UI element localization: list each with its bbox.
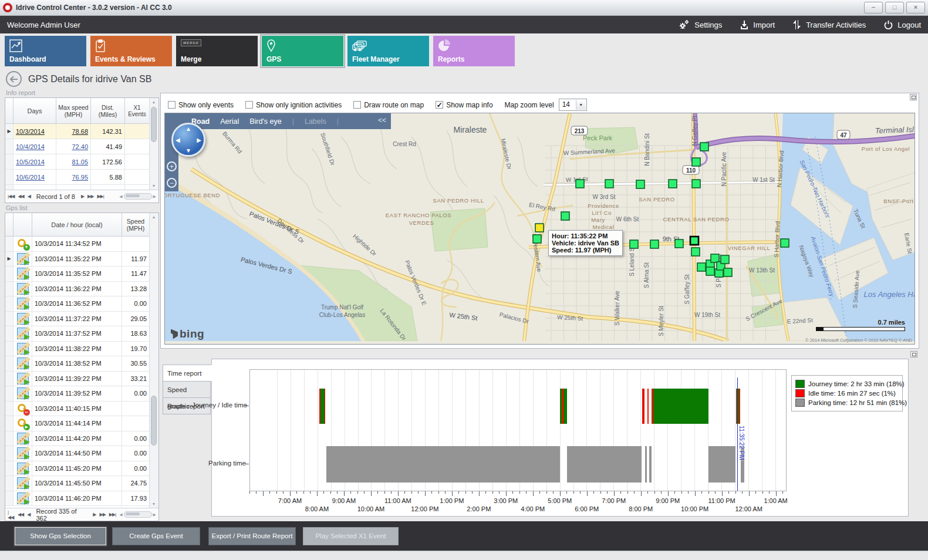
pager-nextpage-button[interactable]: ▶▶ xyxy=(87,194,93,199)
pager-hscrollbar[interactable]: ◀▶ xyxy=(119,193,156,200)
pager-last-button[interactable]: ▶▶| xyxy=(97,194,103,199)
pager-last-button[interactable]: ▶▶| xyxy=(109,512,116,517)
gps-list-row[interactable]: 10/3/2014 11:46:20 PM17.93 xyxy=(5,491,150,507)
bing-map[interactable]: Burma RdSouthfield DrCrest RdMiralesteMi… xyxy=(165,113,915,341)
pager-next-button[interactable]: ▶ xyxy=(81,194,84,199)
info-report-row[interactable]: 10/6/201476.955.88 xyxy=(5,170,150,185)
info-report-row[interactable]: 10/4/201472.4041.49 xyxy=(5,139,150,154)
unchecked-icon[interactable] xyxy=(353,101,361,109)
checked-icon[interactable]: ✓ xyxy=(436,101,443,109)
gps-list-row[interactable]: ▶10/3/2014 11:35:22 PM11.97 xyxy=(5,252,150,267)
col-days[interactable]: Days xyxy=(14,98,56,124)
pan-down-icon[interactable]: ▼ xyxy=(185,147,191,154)
map-view-labels[interactable]: Labels xyxy=(305,117,326,126)
gps-list-row[interactable]: 10/3/2014 11:36:52 PM0.00 xyxy=(5,296,150,312)
gps-list-row[interactable]: 10/3/2014 11:45:50 PM24.75 xyxy=(5,476,150,491)
col-max-speed[interactable]: Max speed (MPH) xyxy=(56,98,91,124)
gps-list-row[interactable]: 10/3/2014 11:35:52 PM11.47 xyxy=(5,266,150,282)
info-report-row[interactable]: ▶10/3/201478.68142.31 xyxy=(5,124,150,139)
pager-first-button[interactable]: |◀◀ xyxy=(8,510,14,520)
pager-nextpage-button[interactable]: ▶▶ xyxy=(100,512,106,517)
pager-prev-button[interactable]: ◀ xyxy=(27,512,30,517)
max-speed-link[interactable]: 76.95 xyxy=(72,174,88,181)
gps-list-row[interactable]: 10/3/2014 11:39:22 PM33.21 xyxy=(5,372,150,387)
unchecked-icon[interactable] xyxy=(168,101,176,109)
minimize-button[interactable]: – xyxy=(864,2,883,14)
gps-list-row[interactable]: 10/3/2014 11:36:22 PM13.28 xyxy=(5,282,150,297)
tile-merge[interactable]: MERGE Merge xyxy=(176,36,258,66)
map-pan-control[interactable]: ▲ ▼ ◀ ▶ xyxy=(171,123,205,157)
max-speed-link[interactable]: 78.68 xyxy=(72,128,88,135)
gps-list-row[interactable]: −10/3/2014 11:40:15 PM xyxy=(5,402,150,417)
maximize-button[interactable]: □ xyxy=(885,2,904,14)
max-speed-link[interactable]: 81.05 xyxy=(72,158,88,166)
gps-marker[interactable] xyxy=(605,180,613,188)
day-link[interactable]: 10/3/2014 xyxy=(16,128,45,135)
gps-list-row[interactable]: 10/3/2014 11:39:52 PM0.00 xyxy=(5,386,150,402)
gps-list-vscrollbar[interactable]: ▲ ▼ xyxy=(149,213,158,508)
gps-marker[interactable] xyxy=(724,268,732,276)
map-bar-collapse-icon[interactable]: << xyxy=(378,116,386,124)
panel-collapse-icon[interactable] xyxy=(910,351,917,357)
settings-button[interactable]: Settings xyxy=(679,19,722,30)
pager-hscrollbar[interactable]: ◀▶ xyxy=(119,511,156,518)
col-x1-events[interactable]: X1 Events xyxy=(125,98,150,124)
max-speed-link[interactable]: 72.40 xyxy=(72,143,88,150)
gps-marker[interactable] xyxy=(711,254,719,262)
logout-button[interactable]: Logout xyxy=(883,20,921,30)
gps-list-row[interactable]: +10/3/2014 11:34:52 PM xyxy=(5,237,150,252)
create-gps-event-button[interactable]: Create Gps Event xyxy=(112,527,200,545)
tile-events-reviews[interactable]: Events & Reviews xyxy=(90,36,172,66)
unchecked-icon[interactable] xyxy=(245,101,253,109)
day-link[interactable]: 10/5/2014 xyxy=(16,158,45,166)
zoom-in-icon[interactable]: + xyxy=(167,161,177,171)
tile-reports[interactable]: Reports xyxy=(433,36,515,66)
pan-left-icon[interactable]: ◀ xyxy=(176,137,180,143)
pan-up-icon[interactable]: ▲ xyxy=(185,126,191,132)
pager-prevpage-button[interactable]: ◀◀ xyxy=(18,512,23,517)
map-view-aerial[interactable]: Aerial xyxy=(220,117,239,126)
pan-right-icon[interactable]: ▶ xyxy=(197,137,201,143)
pager-prevpage-button[interactable]: ◀◀ xyxy=(18,194,23,199)
play-selected-x1-event-button[interactable]: Play Selected X1 Event xyxy=(303,527,399,545)
map-canvas[interactable]: Burma RdSouthfield DrCrest RdMiralesteMi… xyxy=(164,113,915,345)
tile-fleet-manager[interactable]: Fleet Manager xyxy=(347,36,429,66)
gps-marker[interactable] xyxy=(650,240,659,248)
show-gps-selection-button[interactable]: Show Gps Selection xyxy=(15,527,106,545)
scroll-up-icon[interactable]: ▲ xyxy=(150,213,158,221)
gps-marker[interactable] xyxy=(706,267,714,275)
gps-list-row[interactable]: 10/3/2014 11:38:52 PM30.55 xyxy=(5,356,150,372)
checkbox-show-map-info[interactable]: ✓Show map info xyxy=(436,101,492,109)
day-link[interactable]: 10/6/2014 xyxy=(16,174,45,181)
gps-marker[interactable] xyxy=(781,239,789,247)
close-button[interactable]: × xyxy=(906,2,925,14)
pager-next-button[interactable]: ▶ xyxy=(93,512,96,517)
gps-marker[interactable] xyxy=(533,235,541,243)
checkbox-show-only-ignition-activities[interactable]: Show only ignition activities xyxy=(245,101,342,109)
gps-marker[interactable] xyxy=(669,180,677,188)
gps-marker[interactable] xyxy=(690,237,698,245)
info-report-vscrollbar[interactable]: ▲ ▼ xyxy=(149,98,158,190)
col-dist[interactable]: Dist. (Miles) xyxy=(91,98,125,124)
gps-marker[interactable] xyxy=(630,240,638,248)
gps-marker[interactable] xyxy=(561,212,569,220)
info-report-row[interactable]: 10/5/201481.05172.56 xyxy=(5,154,150,170)
tile-gps[interactable]: GPS xyxy=(262,36,343,66)
pager-prev-button[interactable]: ◀ xyxy=(28,194,31,199)
map-zoom-select[interactable]: 14 ▼ xyxy=(559,99,587,111)
gps-list-row[interactable]: 10/3/2014 11:45:20 PM0.00 xyxy=(5,461,150,477)
panel-collapse-icon[interactable] xyxy=(910,94,917,100)
gps-marker[interactable] xyxy=(636,180,644,188)
selected-gps-marker[interactable] xyxy=(535,224,544,232)
checkbox-show-only-events[interactable]: Show only events xyxy=(168,101,234,109)
day-link[interactable]: 10/4/2014 xyxy=(16,143,45,150)
gps-list-row[interactable]: 10/3/2014 11:37:52 PM18.63 xyxy=(5,326,150,342)
gps-list-row[interactable]: 10/3/2014 11:38:22 PM19.70 xyxy=(5,342,150,357)
gps-list-row[interactable]: ▸10/3/2014 11:44:14 PM xyxy=(5,416,150,431)
gps-list-row[interactable]: 10/3/2014 11:44:20 PM0.00 xyxy=(5,431,150,447)
gps-marker[interactable] xyxy=(692,180,700,188)
transfer-activities-button[interactable]: Transfer Activities xyxy=(792,19,866,30)
scroll-up-icon[interactable]: ▲ xyxy=(150,98,158,106)
tab-speed-graphic[interactable]: Speed graphic xyxy=(163,381,211,398)
gps-marker[interactable] xyxy=(576,180,584,188)
